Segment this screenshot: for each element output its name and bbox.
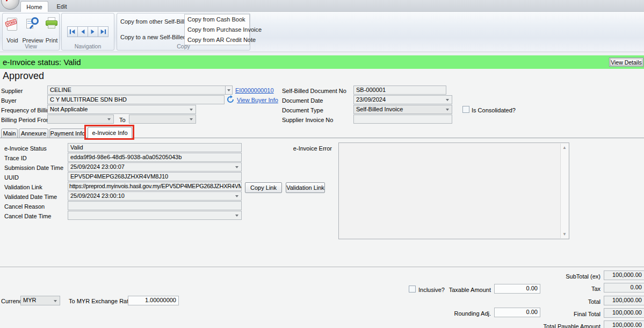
scroll-down-icon[interactable]: ▼ (561, 232, 568, 237)
chevron-down-icon (235, 195, 238, 197)
einvoice-status-bar: e-Invoice status: Valid View Details (0, 55, 644, 69)
chevron-down-icon (227, 89, 230, 91)
document-type-dropdown[interactable]: Self-Billed Invoice (353, 105, 452, 114)
submission-date-time-dropdown[interactable]: 25/09/2024 23:00:07 (68, 162, 242, 172)
preview-icon (26, 17, 40, 32)
rounding-adj-label: Rounding Adj. (440, 310, 491, 317)
inclusive-checkbox[interactable] (409, 286, 416, 293)
tax-label: Tax (529, 286, 600, 292)
first-record-button[interactable] (67, 26, 78, 37)
tab-main[interactable]: Main (1, 129, 18, 138)
einvoice-status-text: e-Invoice status: Valid (3, 55, 81, 69)
app-orb-button[interactable] (1, 0, 19, 10)
total-payable-amount-field: 100,000.00 (604, 320, 644, 328)
tab-einvoice-info[interactable]: e-Invoice Info (88, 127, 132, 139)
copy-link-button[interactable]: Copy Link (245, 182, 282, 193)
supplier-dropdown-button[interactable] (225, 86, 232, 94)
billing-period-from-dropdown[interactable] (47, 115, 114, 124)
trace-id-label: Trace ID (4, 155, 27, 161)
is-consolidated-checkbox[interactable] (462, 106, 469, 113)
copy-from-other-self-billed-button[interactable]: Copy from other Self-Billed (120, 18, 191, 25)
einvoice-status-field[interactable]: Valid (68, 143, 242, 152)
document-date-dropdown[interactable]: 23/09/2024 (353, 95, 452, 104)
copy-from-cash-book-button[interactable]: Copy from Cash Book (185, 15, 249, 25)
copy-from-purchase-invoice-button[interactable]: Copy from Purchase Invoice (185, 25, 249, 35)
previous-record-button[interactable] (77, 26, 88, 37)
final-total-field: 100,000.00 (604, 308, 644, 318)
preview-button[interactable]: Preview (21, 16, 44, 44)
chevron-down-icon (446, 109, 449, 111)
supplier-label: Supplier (1, 88, 23, 94)
chevron-down-icon (235, 215, 238, 217)
group-label-view: View (3, 43, 59, 49)
supplier-invoice-no-field[interactable] (353, 115, 452, 124)
cancel-date-time-dropdown[interactable] (68, 211, 242, 220)
exchange-rate-field[interactable]: 1.00000000 (128, 296, 179, 305)
chevron-down-icon (190, 109, 193, 111)
group-label-copy: Copy (117, 43, 250, 49)
ribbon-tab-home[interactable]: Home (20, 1, 48, 12)
ribbon: VOID Void Preview Print View (0, 12, 644, 52)
frequency-of-billing-label: Frequency of Billing (1, 107, 53, 113)
total-field: 100,000.00 (604, 296, 644, 305)
validated-date-time-dropdown[interactable]: 25/09/2024 23:00:10 (68, 191, 242, 201)
approval-status-text: Approved (3, 70, 44, 82)
chevron-down-icon (190, 118, 193, 120)
tab-annexure[interactable]: Annexure (19, 129, 48, 138)
cancel-date-time-label: Cancel Date Time (4, 213, 51, 219)
copy-to-new-self-billed-button[interactable]: Copy to a new Self-Billed (120, 34, 186, 40)
total-payable-amount-label: Total Payable Amount (529, 323, 600, 328)
view-buyer-info-link[interactable]: View Buyer Info (237, 97, 278, 103)
validation-link-field[interactable]: https://preprod.myinvois.hasil.gov.my/EP… (68, 182, 242, 191)
subtotal-label: SubTotal (ex) (529, 273, 600, 280)
void-button[interactable]: VOID Void (4, 16, 21, 44)
submission-date-time-label: Submission Date Time (4, 165, 63, 171)
print-icon (45, 17, 59, 32)
copy-from-menu: Copy from Cash Book Copy from Purchase I… (184, 14, 250, 45)
print-button[interactable]: Print (44, 16, 60, 44)
uuid-label: UUID (4, 174, 19, 181)
einvoice-error-label: e-Invoice Error (288, 145, 332, 152)
view-details-button[interactable]: View Details (609, 58, 643, 67)
trace-id-field[interactable]: edda9f9d-98e6-48d5-9038-a0a05205043b (68, 153, 242, 162)
chevron-down-icon (54, 300, 57, 302)
self-billed-doc-no-label: Self-Billed Document No (282, 88, 346, 94)
buyer-field[interactable]: C Y MULTITRADE SDN BHD (47, 95, 225, 104)
supplier-field[interactable]: CELINE (47, 85, 233, 95)
ribbon-group-view: VOID Void Preview Print View (2, 13, 60, 51)
group-label-navigation: Navigation (62, 43, 114, 49)
refresh-buyer-icon[interactable] (226, 95, 235, 104)
app-logo-icon (4, 0, 16, 6)
ribbon-tabstrip: Home Edit (0, 0, 644, 12)
billing-period-to-dropdown[interactable] (129, 115, 196, 124)
cancel-reason-field[interactable] (68, 201, 242, 210)
einvoice-error-textarea[interactable]: ▲ ▼ (338, 142, 569, 239)
frequency-of-billing-dropdown[interactable]: Not Applicable (47, 105, 196, 114)
vertical-scrollbar[interactable]: ▲ ▼ (560, 144, 568, 238)
footer-divider (0, 267, 644, 268)
self-billed-doc-no-field[interactable]: SB-000001 (353, 85, 446, 95)
final-total-label: Final Total (529, 311, 600, 317)
document-date-label: Document Date (282, 97, 323, 104)
chevron-down-icon (107, 118, 111, 120)
chevron-down-icon (446, 99, 449, 101)
chevron-down-icon (235, 166, 238, 168)
cancel-reason-label: Cancel Reason (4, 203, 45, 210)
validation-link-label: Validation Link (4, 184, 42, 190)
ribbon-tab-edit[interactable]: Edit (49, 1, 74, 12)
is-consolidated-label: Is Consolidated? (472, 107, 516, 113)
taxable-amount-label: Taxable Amount (440, 287, 491, 293)
supplier-einvoice-id-link[interactable]: EI0000000010 (235, 87, 274, 94)
subtotal-field: 100,000.00 (604, 270, 644, 280)
document-type-label: Document Type (282, 107, 323, 113)
currency-dropdown[interactable]: MYR (20, 296, 60, 305)
next-record-button[interactable] (88, 26, 98, 37)
exchange-rate-label: To MYR Exchange Rate (69, 298, 132, 304)
tax-field: 0.00 (604, 283, 644, 293)
uuid-field[interactable]: EPV5DP4MEPG268JZHXR4VM8J10 (68, 172, 242, 181)
supplier-invoice-no-label: Supplier Invoice No (282, 117, 333, 123)
last-record-button[interactable] (98, 26, 108, 37)
validation-link-button[interactable]: Validation Link (286, 182, 325, 193)
tab-payment-info[interactable]: Payment Info (49, 129, 86, 138)
scroll-up-icon[interactable]: ▲ (561, 145, 568, 150)
